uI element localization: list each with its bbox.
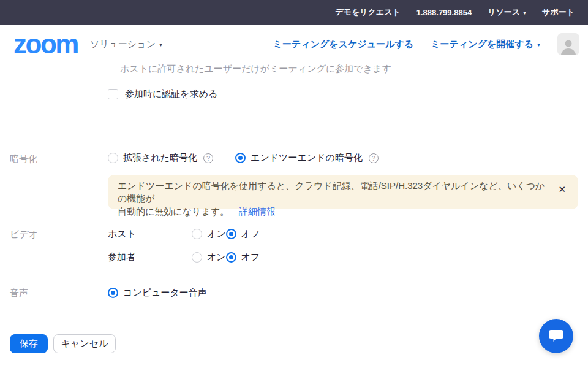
- schedule-meeting-link[interactable]: ミーティングをスケジュールする: [273, 39, 414, 50]
- encryption-options: 拡張された暗号化 ? エンドツーエンドの暗号化 ?: [108, 152, 379, 164]
- video-participant-off-label: オフ: [241, 251, 260, 263]
- person-icon: [559, 37, 578, 55]
- topbar: デモをリクエスト 1.888.799.8854 リソース ▾ サポート: [0, 0, 588, 25]
- solutions-label: ソリューション: [90, 39, 156, 50]
- video-participant-off-radio[interactable]: [226, 252, 236, 263]
- video-participant-off-option[interactable]: オフ: [226, 251, 260, 263]
- zoom-settings-page: デモをリクエスト 1.888.799.8854 リソース ▾ サポート zoom…: [0, 0, 588, 368]
- host-meeting-menu[interactable]: ミーティングを開催する ▾: [431, 39, 540, 50]
- waiting-room-description: ホストに許可されたユーザーだけがミーティングに参加できます: [120, 63, 391, 75]
- video-host-on-label: オン: [207, 228, 226, 240]
- chevron-down-icon: ▾: [159, 41, 162, 48]
- e2e-encryption-radio[interactable]: [235, 153, 246, 163]
- request-demo-link[interactable]: デモをリクエスト: [335, 7, 400, 18]
- auth-checkbox-row[interactable]: 参加時に認証を求める: [108, 88, 217, 100]
- computer-audio-radio[interactable]: [108, 288, 118, 298]
- header-right: ミーティングをスケジュールする ミーティングを開催する ▾: [273, 33, 588, 55]
- enhanced-encryption-label: 拡張された暗号化: [123, 152, 197, 164]
- computer-audio-label: コンピューター音声: [123, 287, 207, 299]
- banner-text-line2: 自動的に無効になります。: [118, 206, 229, 217]
- cancel-button[interactable]: キャンセル: [53, 334, 116, 353]
- chat-bubble-icon: [549, 330, 564, 343]
- chat-launcher-button[interactable]: [539, 319, 573, 353]
- phone-number-link[interactable]: 1.888.799.8854: [417, 8, 472, 17]
- video-host-off-option[interactable]: オフ: [226, 228, 260, 240]
- close-icon[interactable]: ✕: [558, 185, 566, 194]
- resources-label: リソース: [488, 7, 520, 18]
- host-meeting-label: ミーティングを開催する: [431, 39, 533, 50]
- video-host-label: ホスト: [108, 228, 192, 240]
- enhanced-encryption-radio[interactable]: [108, 153, 118, 163]
- chevron-down-icon: ▾: [523, 9, 526, 16]
- computer-audio-option[interactable]: コンピューター音声: [108, 287, 207, 299]
- video-participant-label: 参加者: [108, 251, 192, 263]
- enhanced-encryption-option[interactable]: 拡張された暗号化 ?: [108, 152, 213, 164]
- video-host-on-option[interactable]: オン: [192, 228, 226, 240]
- e2e-warning-banner: エンドツーエンドの暗号化を使用すると、クラウド記録、電話/SIP/H.323ダイ…: [108, 175, 578, 209]
- auth-checkbox[interactable]: [108, 89, 118, 99]
- resources-menu[interactable]: リソース ▾: [488, 7, 526, 18]
- help-icon[interactable]: ?: [203, 153, 213, 163]
- help-icon[interactable]: ?: [369, 153, 379, 163]
- chevron-down-icon: ▾: [537, 41, 540, 48]
- save-button[interactable]: 保存: [10, 334, 48, 353]
- video-host-off-radio[interactable]: [226, 229, 236, 239]
- banner-text-line1: エンドツーエンドの暗号化を使用すると、クラウド記録、電話/SIP/H.323ダイ…: [118, 180, 545, 204]
- video-host-off-label: オフ: [241, 228, 260, 240]
- video-participant-on-option[interactable]: オン: [192, 251, 226, 263]
- video-section-label: ビデオ: [10, 229, 38, 240]
- e2e-encryption-label: エンドツーエンドの暗号化: [251, 152, 363, 164]
- user-avatar[interactable]: [557, 33, 579, 55]
- encryption-section-label: 暗号化: [10, 153, 37, 165]
- learn-more-link[interactable]: 詳細情報: [239, 206, 276, 217]
- video-participant-on-radio[interactable]: [192, 252, 202, 263]
- video-host-on-radio[interactable]: [192, 229, 202, 239]
- zoom-logo[interactable]: zoom: [13, 31, 78, 58]
- section-divider: [108, 129, 578, 129]
- video-host-row: ホスト オン オフ: [108, 228, 260, 240]
- video-participant-row: 参加者 オン オフ: [108, 251, 260, 263]
- auth-checkbox-label: 参加時に認証を求める: [125, 88, 217, 100]
- solutions-menu[interactable]: ソリューション ▾: [90, 39, 162, 50]
- video-participant-on-label: オン: [207, 251, 226, 263]
- support-link[interactable]: サポート: [542, 7, 575, 18]
- header: zoom ソリューション ▾ ミーティングをスケジュールする ミーティングを開催…: [0, 25, 588, 64]
- audio-section-label: 音声: [10, 288, 28, 299]
- e2e-encryption-option[interactable]: エンドツーエンドの暗号化 ?: [235, 152, 379, 164]
